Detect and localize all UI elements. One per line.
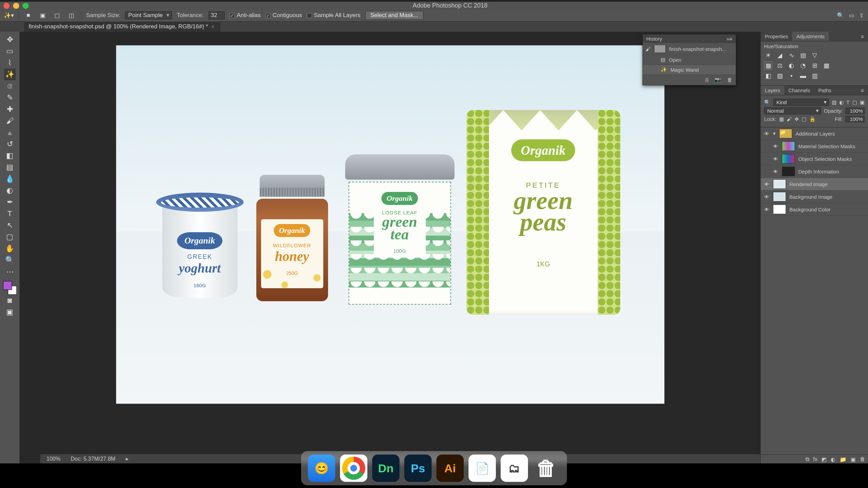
doc-info-arrow-icon[interactable]: ▸ — [126, 456, 128, 462]
channel-mixer-icon[interactable]: ⊞ — [811, 61, 819, 70]
history-snapshot-row[interactable]: 🖌 finish-snapshot-snapsh... — [643, 43, 736, 55]
close-tab-icon[interactable]: × — [212, 24, 214, 29]
layer-style-icon[interactable]: fx — [813, 456, 817, 462]
curves-icon[interactable]: ∿ — [787, 51, 796, 59]
layers-panel-menu-icon[interactable]: ≡ — [857, 86, 868, 95]
select-and-mask-button[interactable]: Select and Mask... — [365, 11, 423, 20]
close-window-icon[interactable] — [3, 3, 10, 9]
visibility-icon[interactable]: 👁 — [772, 169, 778, 175]
filter-type-icon[interactable]: T — [846, 99, 850, 105]
filter-adjust-icon[interactable]: ◐ — [839, 99, 844, 106]
tab-properties[interactable]: Properties — [761, 32, 792, 41]
antialias-checkbox[interactable]: ✓Anti-alias — [230, 12, 261, 19]
disclosure-icon[interactable]: ▾ — [773, 130, 776, 137]
workspace-switcher-icon[interactable]: ▭ — [849, 12, 854, 19]
delete-state-icon[interactable]: 🗑 — [727, 77, 732, 83]
history-brush-source-icon[interactable]: 🖌 — [646, 46, 651, 52]
screen-mode-icon[interactable]: ▣ — [4, 306, 16, 318]
filter-pixel-icon[interactable]: ▧ — [832, 99, 837, 106]
dock-document-icon[interactable]: 📄 — [469, 455, 496, 482]
panel-menu-icon[interactable]: ≡ — [729, 36, 732, 42]
selection-subtract-icon[interactable]: ▢ — [52, 11, 62, 20]
filter-smart-icon[interactable]: ▣ — [860, 99, 865, 106]
tolerance-input[interactable] — [208, 11, 225, 19]
lock-all-icon[interactable]: 🔒 — [809, 116, 816, 122]
new-snapshot-icon[interactable]: 📷 — [715, 77, 721, 83]
color-balance-icon[interactable]: ⚖ — [776, 61, 784, 70]
selection-add-icon[interactable]: ▣ — [38, 11, 48, 20]
layer-material-masks[interactable]: 👁 Material Selection Masks — [761, 140, 868, 153]
dodge-tool-icon[interactable]: ◐ — [4, 185, 16, 196]
layer-group-additional[interactable]: 👁 ▾ 📁 Additional Layers — [761, 127, 868, 140]
blend-mode-dropdown[interactable]: Normal — [764, 107, 821, 114]
lock-position-icon[interactable]: ✥ — [795, 116, 799, 122]
layer-depth-info[interactable]: 👁 Depth Information — [761, 165, 868, 178]
dock-dimension-icon[interactable]: Dn — [372, 455, 399, 482]
black-white-icon[interactable]: ◐ — [787, 61, 796, 70]
opacity-input[interactable] — [845, 108, 865, 114]
history-panel[interactable]: History » ≡ 🖌 finish-snapshot-snapsh... … — [642, 34, 736, 85]
lock-pixels-icon[interactable]: 🖌 — [787, 116, 792, 122]
lasso-tool-icon[interactable]: ⌇ — [4, 57, 16, 69]
tab-layers[interactable]: Layers — [761, 86, 784, 95]
visibility-icon[interactable]: 👁 — [763, 207, 770, 212]
zoom-tool-icon[interactable]: 🔍 — [4, 254, 16, 266]
zoom-level[interactable]: 100% — [46, 456, 60, 462]
history-tab-label[interactable]: History — [646, 36, 727, 42]
selection-intersect-icon[interactable]: ◫ — [67, 11, 76, 20]
exposure-icon[interactable]: ▤ — [799, 51, 807, 59]
history-step-magic-wand[interactable]: ✨ Magic Wand — [643, 65, 736, 75]
tab-channels[interactable]: Channels — [784, 86, 814, 95]
hand-tool-icon[interactable]: ✋ — [4, 243, 16, 254]
dock-document2-icon[interactable]: 🗂 — [501, 455, 528, 482]
dock-illustrator-icon[interactable]: Ai — [436, 455, 464, 482]
blur-tool-icon[interactable]: 💧 — [4, 173, 16, 185]
color-lookup-icon[interactable]: ▦ — [822, 61, 830, 70]
eraser-tool-icon[interactable]: ◧ — [4, 150, 16, 162]
selection-new-icon[interactable]: ■ — [24, 11, 33, 20]
current-tool-icon[interactable]: ✨▾ — [4, 11, 14, 20]
visibility-icon[interactable]: 👁 — [772, 143, 778, 149]
edit-toolbar-icon[interactable]: ⋯ — [4, 266, 16, 278]
layer-background-color[interactable]: 👁 Background Color — [761, 203, 868, 216]
share-icon[interactable]: ⇪ — [859, 12, 864, 19]
levels-icon[interactable]: ◢ — [776, 51, 784, 59]
lock-artboard-icon[interactable]: ▢ — [802, 116, 806, 122]
move-tool-icon[interactable]: ✥ — [4, 34, 16, 45]
filter-shape-icon[interactable]: ▢ — [852, 99, 857, 106]
history-brush-tool-icon[interactable]: ↺ — [4, 138, 16, 150]
selective-color-icon[interactable]: ▥ — [811, 72, 819, 80]
rectangle-tool-icon[interactable]: ▢ — [4, 231, 16, 243]
quick-mask-icon[interactable]: ◙ — [4, 295, 16, 306]
layer-rendered-image[interactable]: 👁 Rendered Image — [761, 178, 868, 191]
contiguous-checkbox[interactable]: ✓Contiguous — [266, 12, 302, 19]
layer-object-masks[interactable]: 👁 Object Selection Masks — [761, 153, 868, 165]
color-swatches[interactable] — [3, 281, 17, 295]
dock-photoshop-icon[interactable]: Ps — [404, 455, 432, 482]
visibility-icon[interactable]: 👁 — [772, 156, 778, 162]
sample-size-dropdown[interactable]: Point Sample — [125, 11, 172, 19]
threshold-icon[interactable]: ▪ — [787, 72, 796, 80]
sample-all-layers-checkbox[interactable]: Sample All Layers — [307, 12, 361, 19]
fill-input[interactable] — [845, 116, 865, 122]
new-group-icon[interactable]: 📁 — [840, 456, 846, 462]
eyedropper-tool-icon[interactable]: ✎ — [4, 92, 16, 103]
canvas-area[interactable]: Organik GREEK yoghurt 160G Organik WILDF… — [20, 32, 760, 463]
tab-paths[interactable]: Paths — [814, 86, 835, 95]
invert-icon[interactable]: ◧ — [764, 72, 772, 80]
pen-tool-icon[interactable]: ✒ — [4, 196, 16, 208]
gradient-map-icon[interactable]: ▬ — [799, 72, 807, 80]
gradient-tool-icon[interactable]: ▤ — [4, 162, 16, 173]
type-tool-icon[interactable]: T — [4, 208, 16, 220]
layer-background-image[interactable]: 👁 Background Image — [761, 191, 868, 203]
collapse-icon[interactable]: » — [727, 36, 729, 42]
crop-tool-icon[interactable]: ⟃ — [4, 80, 16, 92]
lock-transparency-icon[interactable]: ▦ — [779, 116, 784, 122]
new-layer-icon[interactable]: ▣ — [851, 456, 856, 462]
filter-icon[interactable]: 🔍 — [764, 99, 771, 106]
delete-layer-icon[interactable]: 🗑 — [860, 456, 865, 462]
photo-filter-icon[interactable]: ◔ — [799, 61, 807, 70]
dock-trash-icon[interactable]: 🗑 — [533, 455, 560, 482]
dock-chrome-icon[interactable] — [340, 455, 367, 482]
magic-wand-tool-icon[interactable]: ✨ — [4, 69, 16, 80]
